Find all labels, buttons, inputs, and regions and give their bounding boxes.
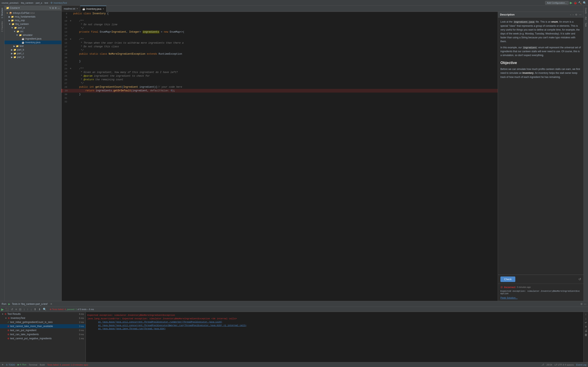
tree-item-part-a[interactable]: ▼ 📁 part_a <box>4 26 61 30</box>
output-line-4[interactable]: at java.base/java.util.concurrent.Thread… <box>87 324 582 327</box>
code-line-24: 24 * Given an ingredient, how many of th… <box>62 71 498 74</box>
run-settings-icon[interactable]: ⚙ <box>580 303 583 305</box>
ant-tab[interactable]: Ant <box>584 16 588 21</box>
event-log-link[interactable]: Event Log <box>576 364 586 366</box>
tree-count: 0/14 <box>30 12 35 14</box>
tree-item-mcq-oop[interactable]: ▶ 📁 mcq_oop <box>4 18 61 22</box>
expand-icon-2: ▶ <box>9 19 10 22</box>
tree-label-tbq: tbq_canteen <box>15 23 29 25</box>
run-minimize-icon[interactable]: — <box>584 303 586 305</box>
tree-item-part-c[interactable]: ▶ 📁 part_c <box>4 52 61 55</box>
run-sort-button[interactable]: ≡ <box>15 307 18 311</box>
run-test-tab[interactable]: Tests in 'tbq_canteen-part_a-test' <box>12 303 48 305</box>
build-status[interactable]: Build <box>40 364 45 366</box>
run-export-button[interactable]: ⬆ <box>33 307 37 311</box>
scroll-down-icon[interactable]: ↓ <box>585 317 587 320</box>
tab-inventory[interactable]: ☕ Inventory.java ✕ <box>80 6 106 12</box>
task-tab[interactable]: Task <box>584 21 588 28</box>
tree-item-test[interactable]: ▶ 📁 test <box>4 44 61 48</box>
git-icon: ⎇ <box>541 363 544 366</box>
search-icon[interactable]: 🔍 <box>583 1 586 4</box>
run-open-button[interactable]: ⬇ <box>38 307 42 311</box>
test-item-4[interactable]: ⊗ test_cannot_put_negative_ingredients 1… <box>0 336 86 341</box>
gradle-tab[interactable]: Gradle <box>584 7 588 15</box>
output-line-1: Expected exception: simulator.Inventory$… <box>87 314 582 317</box>
run-tab-close[interactable]: ✕ <box>50 303 52 305</box>
code-editor[interactable]: 8 public class Inventory { 9 10 ≡ /** 11… <box>62 12 498 301</box>
clear-icon[interactable]: 🗑 <box>585 333 587 336</box>
settings-icon-desc[interactable]: ⚙ <box>575 13 577 16</box>
wrap-icon[interactable]: ↵ <box>585 321 587 324</box>
run-rerun-button[interactable]: ↺ <box>10 307 14 311</box>
align-icon[interactable]: ≡ <box>585 325 587 328</box>
debug-icon[interactable]: 🐞 <box>573 1 577 4</box>
breadcrumb-item-1[interactable]: course_preview1 <box>2 2 18 4</box>
structure-tab[interactable]: 1: Structure <box>0 7 4 20</box>
breadcrumb-item-4[interactable]: test <box>44 2 48 4</box>
status-bar: ★ 6: TODO ▶ 4: Run Terminal Build Tests … <box>0 362 588 367</box>
top-bar: course_preview1 › tbq_canteen › part_a ›… <box>0 0 588 6</box>
tab-inventory-close[interactable]: ✕ <box>103 8 104 10</box>
collapse-icon[interactable]: ⊟ <box>52 7 54 9</box>
run-play-button[interactable]: ▶ <box>1 308 4 311</box>
favorites-tab[interactable]: 2: Favorites <box>0 20 4 33</box>
test-time-4: 1 ms <box>79 337 84 340</box>
terminal-status[interactable]: Terminal <box>29 364 37 366</box>
tree-item-ingredient[interactable]: ☕ Ingredient.java <box>4 37 61 41</box>
run-search-button[interactable]: 🔍 <box>42 307 47 311</box>
encoding-display[interactable]: LF UTF-8 4 spaces <box>554 364 574 366</box>
check-button[interactable]: Check <box>501 276 515 282</box>
passed-count: passed: 1 <box>67 308 77 310</box>
tree-item-part-b[interactable]: ▶ 📁 part_b <box>4 48 61 52</box>
add-configuration-button[interactable]: Add Configuration... <box>545 1 569 5</box>
tab-readme-close[interactable]: ✕ <box>76 8 78 10</box>
project-tree: ▼ 📦 Infosys ExPSet 0/14 ▶ 📁 mcq_fundamen… <box>4 10 61 301</box>
objective-title: Objective <box>501 60 581 66</box>
run-filter-button[interactable]: ⊟ <box>18 307 22 311</box>
forward-icon[interactable]: › <box>573 13 573 16</box>
test-fail-icon-3: ⊗ <box>7 333 9 336</box>
todo-status[interactable]: 6: TODO <box>6 364 15 366</box>
output-line-3[interactable]: at java.base/java.util.concurrent.Thread… <box>87 320 582 324</box>
test-item-3[interactable]: ⊗ test_can_take_ingredients 0 ms <box>0 332 86 336</box>
tab-readme[interactable]: readme.txt ✕ <box>62 6 80 12</box>
build-icon[interactable]: 🔨 <box>578 1 582 4</box>
result-incorrect: ⊘ Incorrect 3 minutes ago <box>501 285 581 289</box>
back-icon[interactable]: ‹ <box>570 13 571 16</box>
breadcrumb-item-2[interactable]: tbq_canteen <box>21 2 34 4</box>
tab-inventory-label: Inventory.java <box>86 8 102 10</box>
tree-item-simulator[interactable]: ▼ 📁 simulator <box>4 33 61 37</box>
breadcrumb: course_preview1 › tbq_canteen › part_a ›… <box>2 1 67 4</box>
test-item-2[interactable]: ⊗ test_can_put_ingredient 0 ms <box>0 328 86 332</box>
minimize-icon[interactable]: — <box>58 7 60 9</box>
test-item-0[interactable]: ✓ test_initial_getIngredientCount_is_zer… <box>0 320 86 324</box>
run-status-btn[interactable]: ▶ 4: Run <box>17 363 26 366</box>
run-expand-button[interactable]: ↕ <box>23 307 26 311</box>
run-icon[interactable]: ▶ <box>570 1 572 5</box>
tree-item-inventory[interactable]: ☕ Inventory.java <box>4 41 61 44</box>
tree-item-infosys[interactable]: ▼ 📦 Infosys ExPSet 0/14 <box>4 11 61 15</box>
peek-solution-link[interactable]: Peek Solution... <box>501 296 518 299</box>
description-header-icons: ‹ › ⚙ — <box>570 13 581 16</box>
run-next-button[interactable]: ↓ <box>30 307 33 311</box>
output-line-5[interactable]: at java.base/java.lang.Thread.run(Thread… <box>87 327 582 331</box>
sync-icon[interactable]: ↻ <box>49 7 51 9</box>
tree-item-src[interactable]: ▼ 📁 src <box>4 30 61 33</box>
tree-item-part-d[interactable]: ▶ 📁 part_d <box>4 55 61 59</box>
print-icon[interactable]: 🖨 <box>585 329 587 332</box>
breadcrumb-sep-4: › <box>49 2 50 4</box>
minimize-desc-icon[interactable]: — <box>579 13 581 16</box>
settings-icon[interactable]: ⚙ <box>55 7 57 9</box>
run-stop-button[interactable]: ⬛ <box>4 307 9 311</box>
test-inventory-root[interactable]: ▼ ⊗ InventoryTest 6 ms <box>0 316 86 320</box>
status-bar-right: ⎇ 29:54 LF UTF-8 4 spaces Event Log <box>541 363 586 366</box>
tree-item-tbq[interactable]: ▼ 📁 tbq_canteen <box>4 22 61 26</box>
test-results-root[interactable]: ▼ ⊗ Test Results 6 ms <box>0 312 86 316</box>
run-prev-button[interactable]: ↑ <box>26 307 29 311</box>
status-favorites-icon[interactable]: ★ <box>2 363 4 366</box>
breadcrumb-item-3[interactable]: part_a <box>36 2 42 4</box>
reset-icon[interactable]: ↺ <box>579 277 581 281</box>
test-item-1[interactable]: ⊗ test_cannot_take_more_than_available 3… <box>0 324 86 328</box>
scroll-up-icon[interactable]: ↑ <box>585 313 587 316</box>
tree-item-mcq-fund[interactable]: ▶ 📁 mcq_fundamentals <box>4 15 61 18</box>
